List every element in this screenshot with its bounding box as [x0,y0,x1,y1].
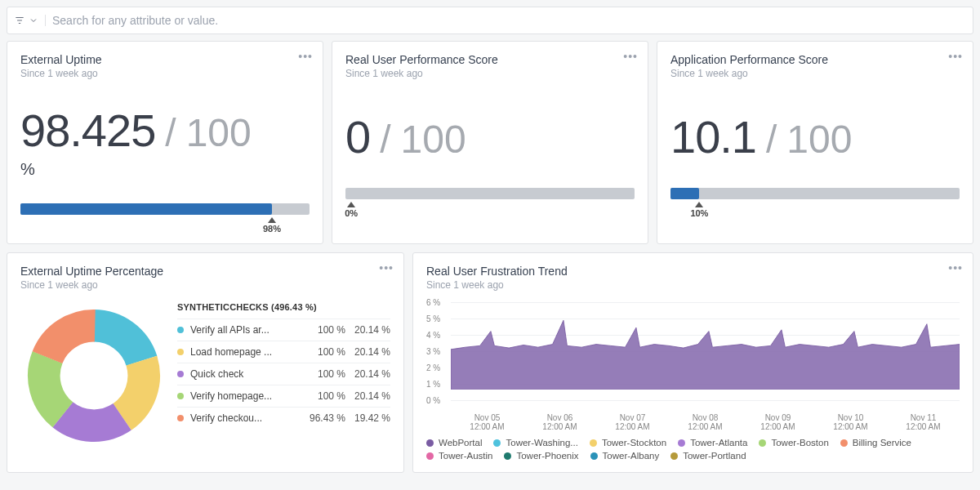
card-uptime-percentage: ••• External Uptime Percentage Since 1 w… [7,252,404,473]
x-tick-label: Nov 0912:00 AM [760,413,795,431]
trend-area [451,302,960,390]
legend-name: Verify all APIs ar... [190,324,306,336]
legend-dot [177,349,184,355]
legend-name: Verify checkou... [190,412,306,424]
legend-dot [678,439,685,447]
card-app-score: ••• Application Performance Score Since … [657,41,973,244]
trend-legend: WebPortalTower-Washing...Tower-StocktonT… [426,438,960,461]
legend-row[interactable]: Verify checkou...96.43 %19.42 % [177,407,390,429]
legend-item[interactable]: Tower-Boston [759,438,828,448]
card-menu[interactable]: ••• [379,261,394,274]
legend-value: 96.43 % [306,412,345,424]
legend-item[interactable]: Tower-Portland [670,451,746,461]
y-tick-label: 3 % [426,347,440,356]
x-tick-label: Nov 0512:00 AM [470,413,504,431]
legend-dot [504,452,511,460]
search-bar [7,7,973,34]
legend-item[interactable]: Tower-Atlanta [678,438,747,448]
legend-item[interactable]: Billing Service [840,438,911,448]
legend-dot [670,452,678,460]
legend-dot [590,439,597,447]
card-subtitle: Since 1 week ago [345,68,635,79]
legend-header: SYNTHETICCHECKS (496.43 %) [177,302,390,312]
metric-denominator: 100 [786,117,852,162]
legend-row[interactable]: Verify all APIs ar...100 %20.14 % [177,318,390,341]
legend-name: Verify homepage... [190,390,306,402]
search-input[interactable] [52,14,966,27]
legend-item[interactable]: WebPortal [426,438,482,448]
metric-divider: / [380,117,390,162]
legend-value: 100 % [306,368,345,380]
metric-value: 10.1 [670,110,756,163]
metric-divider: / [766,117,777,162]
legend-share: 20.14 % [345,324,390,336]
legend-dot [177,327,184,333]
filter-icon [14,15,25,26]
legend-dot [177,371,184,377]
metric-divider: / [165,110,176,155]
card-menu[interactable]: ••• [298,50,313,63]
marker-label: 0% [345,208,358,218]
legend-value: 100 % [306,390,345,402]
metric-value: 0 [345,110,370,163]
legend-item[interactable]: Tower-Albany [590,451,660,461]
legend-name: Load homepage ... [190,346,306,358]
search-filter[interactable] [14,15,46,26]
card-subtitle: Since 1 week ago [426,279,960,291]
y-tick-label: 0 % [426,396,440,405]
marker-icon [268,217,276,223]
y-tick-label: 6 % [426,298,440,307]
donut-chart [20,302,167,449]
card-menu[interactable]: ••• [948,50,963,63]
card-menu[interactable]: ••• [623,50,638,63]
x-tick-label: Nov 0712:00 AM [615,413,649,431]
x-axis: Nov 0512:00 AMNov 0612:00 AMNov 0712:00 … [451,413,960,431]
legend-item[interactable]: Tower-Washing... [493,438,577,448]
legend-label: WebPortal [439,438,482,448]
legend-label: Billing Service [853,438,911,448]
card-menu[interactable]: ••• [948,261,963,274]
progress-fill [20,203,272,215]
y-tick-label: 4 % [426,331,440,340]
x-tick-label: Nov 1112:00 AM [906,413,940,431]
legend-item[interactable]: Tower-Austin [426,451,492,461]
legend-dot [426,452,434,460]
legend-row[interactable]: Quick check100 %20.14 % [177,363,390,385]
legend-dot [177,393,184,399]
legend-share: 20.14 % [345,368,390,380]
legend-label: Tower-Washing... [506,438,577,448]
card-title: Real User Performance Score [345,53,635,66]
legend-item[interactable]: Tower-Phoenix [504,451,578,461]
marker-icon [347,202,355,207]
card-subtitle: Since 1 week ago [20,68,310,79]
card-subtitle: Since 1 week ago [20,279,390,291]
legend-label: Tower-Austin [439,451,492,461]
metric-denominator: 100 [401,117,466,162]
legend-share: 19.42 % [345,412,390,424]
trend-chart: 0 %1 %2 %3 %4 %5 %6 % Nov 0512:00 AMNov … [426,302,960,416]
y-gridline: 0 % [451,400,960,401]
legend-dot [177,415,184,421]
legend-label: Tower-Portland [683,451,746,461]
legend-item[interactable]: Tower-Stockton [590,438,666,448]
marker-icon [695,202,703,207]
card-title: Application Performance Score [670,53,960,66]
legend-name: Quick check [190,368,306,380]
legend-row[interactable]: Load homepage ...100 %20.14 % [177,341,390,363]
legend-value: 100 % [306,324,345,336]
x-tick-label: Nov 1012:00 AM [833,413,867,431]
metric-denominator: 100 [186,110,252,155]
legend-dot [590,452,598,460]
legend-dot [840,439,848,447]
legend-label: Tower-Phoenix [516,451,578,461]
x-tick-label: Nov 0612:00 AM [542,413,577,431]
legend-label: Tower-Stockton [602,438,666,448]
legend-row[interactable]: Verify homepage...100 %20.14 % [177,385,390,407]
legend-share: 20.14 % [345,390,390,402]
legend-share: 20.14 % [345,346,390,358]
y-tick-label: 1 % [426,380,440,389]
progress-track [20,203,310,215]
legend-dot [426,439,434,447]
legend-label: Tower-Boston [771,438,828,448]
card-frustration-trend: ••• Real User Frustration Trend Since 1 … [412,252,973,473]
